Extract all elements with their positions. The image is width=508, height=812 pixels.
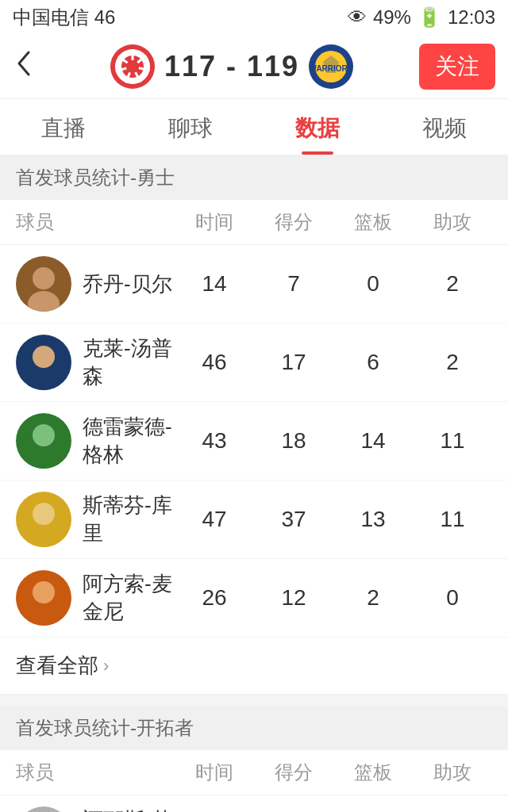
stat-assist: 2 — [413, 271, 492, 297]
carrier-signal: 中国电信 46 — [13, 5, 115, 30]
svg-point-21 — [33, 581, 55, 603]
player-name: 斯蒂芬-库里 — [83, 492, 175, 547]
time-display: 12:03 — [448, 6, 495, 29]
stat-time: 47 — [175, 507, 254, 532]
tab-chat[interactable]: 聊球 — [127, 99, 254, 155]
svg-point-18 — [28, 448, 60, 469]
table-row: 斯蒂芬-库里 47 37 13 11 — [0, 481, 508, 559]
svg-point-17 — [33, 424, 55, 446]
eye-icon: 👁 — [348, 6, 367, 29]
stat-score: 12 — [254, 585, 333, 611]
home-team-logo — [109, 43, 156, 90]
svg-point-14 — [28, 291, 60, 312]
avatar — [16, 256, 71, 312]
avatar — [16, 806, 71, 812]
table-row: 迈耶斯-莱昂纳德 40 30 12 3 — [0, 795, 508, 812]
score-section: 117 - 119 WARRIORS — [44, 43, 419, 90]
follow-button[interactable]: 关注 — [419, 44, 495, 90]
stat-score: 17 — [254, 350, 333, 375]
tab-video[interactable]: 视频 — [381, 99, 508, 155]
battery-percent: 49% — [373, 6, 411, 29]
battery-time: 👁 49% 🔋 12:03 — [348, 6, 495, 29]
stat-score: 37 — [254, 507, 333, 532]
stat-rebound: 2 — [333, 585, 413, 611]
col-assist-label: 助攻 — [413, 209, 492, 235]
stat-rebound: 14 — [333, 428, 413, 454]
col-player-label: 球员 — [16, 760, 175, 785]
avatar — [16, 335, 71, 390]
svg-point-15 — [33, 346, 55, 368]
view-all-label: 查看全部 — [16, 652, 98, 680]
col-score-label: 得分 — [254, 209, 333, 235]
stat-time: 46 — [175, 350, 254, 375]
stat-rebound: 6 — [333, 350, 413, 375]
player-name: 克莱-汤普森 — [83, 335, 175, 390]
tab-live[interactable]: 直播 — [0, 99, 127, 155]
player-name: 乔丹-贝尔 — [83, 270, 172, 298]
navigation-tabs: 直播 聊球 数据 视频 — [0, 99, 508, 155]
svg-point-22 — [28, 605, 60, 626]
stat-score: 18 — [254, 428, 333, 454]
col-rebound-label: 篮板 — [333, 760, 413, 785]
section-spacer — [0, 695, 508, 706]
blazers-stats-table: 球员 时间 得分 篮板 助攻 迈耶斯-莱昂纳德 40 30 12 3 — [0, 750, 508, 812]
col-player-label: 球员 — [16, 209, 175, 235]
col-time-label: 时间 — [175, 760, 254, 785]
svg-point-16 — [28, 370, 60, 390]
svg-point-13 — [33, 267, 55, 289]
stat-rebound: 13 — [333, 507, 413, 532]
match-header: 117 - 119 WARRIORS 关注 — [0, 35, 508, 99]
player-info: 迈耶斯-莱昂纳德 — [16, 806, 175, 812]
svg-point-20 — [28, 527, 60, 547]
table-row: 阿方索-麦金尼 26 12 2 0 — [0, 559, 508, 638]
table-row: 德雷蒙德-格林 43 18 14 11 — [0, 402, 508, 481]
col-score-label: 得分 — [254, 760, 333, 785]
match-score: 117 - 119 — [164, 50, 299, 83]
player-name: 德雷蒙德-格林 — [83, 413, 175, 469]
table-column-headers-2: 球员 时间 得分 篮板 助攻 — [0, 750, 508, 795]
away-team-logo: WARRIORS — [307, 43, 355, 90]
table-row: 乔丹-贝尔 14 7 0 2 — [0, 245, 508, 324]
battery-icon: 🔋 — [418, 6, 441, 29]
stat-time: 14 — [175, 271, 254, 297]
stat-time: 43 — [175, 428, 254, 454]
back-button[interactable] — [13, 46, 44, 87]
table-row: 克莱-汤普森 46 17 6 2 — [0, 324, 508, 402]
tab-data[interactable]: 数据 — [254, 99, 381, 155]
avatar — [16, 492, 71, 547]
stat-assist: 2 — [413, 350, 492, 375]
warriors-stats-table: 球员 时间 得分 篮板 助攻 乔丹-贝尔 14 7 0 2 — [0, 200, 508, 695]
stat-rebound: 0 — [333, 271, 413, 297]
table-column-headers: 球员 时间 得分 篮板 助攻 — [0, 200, 508, 245]
svg-point-19 — [33, 503, 55, 525]
col-assist-label: 助攻 — [413, 760, 492, 785]
avatar — [16, 413, 71, 469]
player-info: 斯蒂芬-库里 — [16, 492, 175, 547]
player-name: 迈耶斯-莱昂纳德 — [83, 806, 175, 812]
col-rebound-label: 篮板 — [333, 209, 413, 235]
stat-assist: 0 — [413, 585, 492, 611]
avatar — [16, 570, 71, 626]
player-info: 阿方索-麦金尼 — [16, 570, 175, 626]
player-name: 阿方索-麦金尼 — [83, 570, 175, 626]
status-bar: 中国电信 46 👁 49% 🔋 12:03 — [0, 0, 508, 35]
chevron-right-icon: › — [103, 656, 109, 676]
stat-score: 7 — [254, 271, 333, 297]
stat-assist: 11 — [413, 428, 492, 454]
section1-header: 首发球员统计-勇士 — [0, 155, 508, 200]
player-info: 德雷蒙德-格林 — [16, 413, 175, 469]
view-all-button[interactable]: 查看全部 › — [0, 638, 508, 695]
col-time-label: 时间 — [175, 209, 254, 235]
player-info: 乔丹-贝尔 — [16, 256, 175, 312]
section2-header: 首发球员统计-开拓者 — [0, 706, 508, 750]
stat-time: 26 — [175, 585, 254, 611]
player-info: 克莱-汤普森 — [16, 335, 175, 390]
stat-assist: 11 — [413, 507, 492, 532]
